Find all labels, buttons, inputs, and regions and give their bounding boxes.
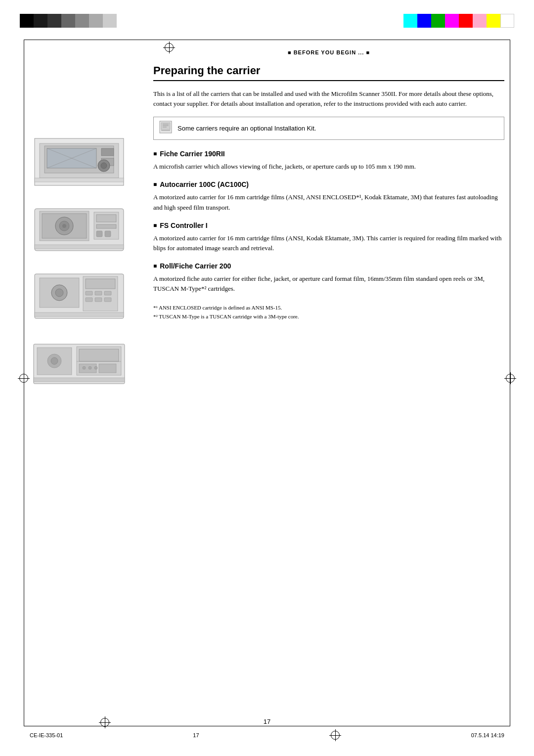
svg-rect-31: [104, 291, 111, 295]
footer-right: 07.5.14 14:19: [471, 732, 504, 738]
carrier-section-2: Autocarrier 100C (AC100C) A motorized au…: [153, 180, 504, 212]
device-image-2: [30, 201, 129, 260]
footer-page: 17: [193, 732, 199, 738]
svg-rect-45: [34, 378, 125, 382]
carrier-title-3: FS Controller I: [153, 222, 504, 229]
svg-point-46: [83, 366, 86, 369]
svg-point-39: [51, 357, 58, 364]
svg-rect-29: [86, 291, 92, 295]
page-footer: CE-IE-335-01 17 07.5.14 14:19: [30, 729, 504, 741]
intro-paragraph: This is a list of all the carriers that …: [153, 89, 504, 109]
device-images-column: [30, 44, 143, 721]
svg-rect-22: [35, 245, 124, 249]
carrier-section-3: FS Controller I A motorized auto carrier…: [153, 222, 504, 253]
carrier-desc-2: A motorized auto carrier for 16 mm cartr…: [153, 192, 504, 212]
svg-rect-19: [96, 224, 116, 228]
registration-mark-mid-left: [18, 372, 30, 384]
text-content-column: BEFORE YOU BEGIN ... Preparing the carri…: [143, 44, 504, 721]
device-image-3: [30, 269, 129, 328]
section-header: BEFORE YOU BEGIN ...: [153, 49, 504, 55]
footnote-2: *² TUSCAN M-Type is a TUSCAN cartridge w…: [153, 312, 504, 321]
svg-rect-34: [104, 298, 111, 302]
color-bar-area: [0, 14, 534, 28]
svg-rect-30: [95, 291, 102, 295]
note-box: Some carriers require an optional Instal…: [153, 117, 504, 140]
registration-mark-bottom-center-footer: [329, 729, 341, 741]
svg-point-26: [55, 289, 63, 297]
footnote-1: *¹ ANSI ENCLOSED cartridge is defined as…: [153, 304, 504, 312]
svg-rect-33: [95, 298, 102, 302]
note-text: Some carriers require an optional Instal…: [178, 125, 316, 132]
device-image-4: [30, 337, 129, 396]
black-gradient-bar: [20, 14, 117, 28]
carrier-title-1: Fiche Carrier 190RII: [153, 150, 504, 158]
svg-rect-35: [35, 312, 124, 316]
svg-rect-6: [101, 148, 114, 156]
svg-rect-32: [86, 298, 92, 302]
footnotes: *¹ ANSI ENCLOSED cartridge is defined as…: [153, 304, 504, 321]
carrier-desc-4: A motorized fiche auto carrier for eithe…: [153, 274, 504, 294]
carrier-desc-1: A microfish carrier which allows viewing…: [153, 162, 504, 172]
device-image-1: [30, 133, 129, 192]
svg-rect-41: [79, 349, 119, 361]
svg-rect-20: [96, 231, 102, 237]
svg-rect-43: [99, 364, 116, 373]
svg-point-48: [94, 366, 97, 369]
svg-rect-42: [79, 364, 96, 373]
svg-rect-8: [35, 178, 124, 182]
svg-point-47: [89, 366, 91, 369]
note-icon: [159, 120, 173, 136]
svg-point-10: [101, 163, 107, 169]
color-bar: [403, 14, 514, 28]
registration-mark-mid-right: [504, 372, 516, 384]
svg-rect-18: [96, 215, 116, 222]
carrier-title-2: Autocarrier 100C (AC100C): [153, 180, 504, 188]
carrier-desc-3: A motorized auto carrier for 16 mm cartr…: [153, 233, 504, 253]
page-number-center: 17: [264, 718, 270, 725]
carrier-section-4: Roll/Fiche Carrier 200 A motorized fiche…: [153, 262, 504, 294]
svg-rect-50: [161, 123, 170, 130]
page-title: Preparing the carrier: [153, 64, 504, 81]
page-border-top: [24, 40, 510, 40]
page-border-bottom: [24, 726, 510, 726]
svg-point-16: [62, 224, 66, 228]
footer-left: CE-IE-335-01: [30, 732, 63, 738]
carrier-section-1: Fiche Carrier 190RII A microfish carrier…: [153, 150, 504, 172]
carrier-title-4: Roll/Fiche Carrier 200: [153, 262, 504, 270]
main-content: BEFORE YOU BEGIN ... Preparing the carri…: [30, 44, 504, 721]
svg-rect-21: [105, 231, 111, 237]
svg-rect-28: [86, 279, 115, 289]
